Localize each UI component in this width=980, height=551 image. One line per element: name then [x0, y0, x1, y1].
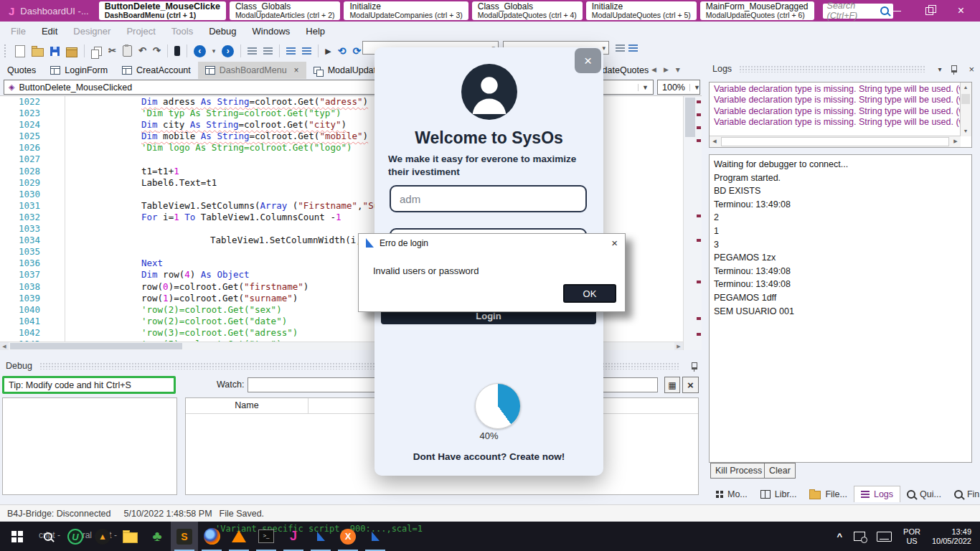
paste-icon[interactable]: [123, 45, 132, 57]
menu-item-debug[interactable]: Debug: [201, 26, 244, 37]
notification-icon[interactable]: [854, 532, 865, 541]
side-tab-file[interactable]: File...: [803, 486, 854, 502]
pin-icon[interactable]: [951, 65, 957, 72]
quick-tab[interactable]: InitializeModalUpdateQuotes (ctrl + 5): [586, 1, 697, 20]
vscroll-thumb[interactable]: [961, 94, 970, 104]
scroll-left-icon[interactable]: ◀: [710, 136, 720, 146]
restore-button[interactable]: [925, 7, 933, 15]
taskbar-search-icon[interactable]: [34, 522, 62, 551]
nav-back-dropdown-icon[interactable]: ▾: [212, 47, 216, 55]
pin-icon[interactable]: [692, 362, 697, 369]
run-icon[interactable]: ▶: [325, 47, 331, 56]
chevron-down-icon[interactable]: ▾: [938, 65, 941, 73]
side-tab-fin[interactable]: Fin...: [948, 486, 980, 502]
close-button[interactable]: ×: [958, 5, 964, 17]
username-input[interactable]: adm: [390, 185, 587, 212]
clover-icon[interactable]: ♣: [143, 522, 171, 551]
rapid-debug-icon[interactable]: ⟳: [352, 45, 361, 57]
cut-icon[interactable]: ✂: [108, 44, 116, 57]
outdent-icon[interactable]: [263, 47, 273, 49]
quick-tab[interactable]: MainForm_MouseDraggedModalUpdateQuotes (…: [700, 1, 814, 20]
menu-item-help[interactable]: Help: [298, 26, 333, 37]
scroll-down-icon[interactable]: ▼: [961, 126, 971, 136]
ultraviewer-icon[interactable]: U: [62, 522, 89, 551]
menu-item-designer[interactable]: Designer: [65, 26, 118, 37]
clear-logs-button[interactable]: Clear: [764, 463, 796, 479]
create-account-link[interactable]: Dont Have account? Create now!: [374, 451, 603, 462]
toolbar-extra-icon[interactable]: [616, 44, 625, 46]
toolbar-extra2-icon[interactable]: [628, 44, 638, 46]
nav-back-icon[interactable]: ‹: [194, 45, 206, 57]
column-header-name[interactable]: Name: [186, 398, 308, 413]
side-tab-logs[interactable]: Logs: [854, 486, 900, 502]
menu-item-tools[interactable]: Tools: [164, 26, 201, 37]
terminal-icon[interactable]: >_: [253, 522, 280, 551]
zoom-combobox[interactable]: 100% ▼: [657, 80, 700, 95]
menu-item-file[interactable]: File: [3, 26, 34, 37]
tab-quotes[interactable]: Quotes: [0, 62, 43, 79]
start-button[interactable]: [0, 522, 34, 551]
kill-process-button[interactable]: Kill Process: [710, 463, 767, 479]
scroll-right-icon[interactable]: ▶: [674, 342, 683, 350]
warnings-hscrollbar[interactable]: ◀ ▶: [710, 136, 961, 147]
scroll-right-icon[interactable]: ▶: [951, 136, 961, 146]
quick-tab[interactable]: InitializeModalUpdateCompanies (ctrl + 3…: [344, 1, 468, 20]
b4j-app-icon[interactable]: [307, 522, 334, 551]
minimize-button[interactable]: [893, 11, 901, 11]
firefox-icon[interactable]: [198, 522, 225, 551]
keyboard-icon[interactable]: [877, 532, 892, 542]
indent-icon[interactable]: [248, 47, 257, 49]
menu-item-project[interactable]: Project: [118, 26, 163, 37]
menu-item-edit[interactable]: Edit: [34, 26, 65, 37]
scroll-up-icon[interactable]: ▲: [961, 83, 971, 93]
redo-icon[interactable]: ↷: [153, 44, 161, 57]
dialog-close-button[interactable]: ×: [575, 48, 601, 73]
warning-item[interactable]: Variable declaration type is missing. St…: [710, 116, 971, 128]
copy-icon[interactable]: [94, 47, 102, 56]
bookmark-icon[interactable]: [174, 46, 180, 56]
hscroll-thumb[interactable]: [10, 343, 182, 349]
search-input[interactable]: Search (Ctrl+F): [823, 4, 893, 19]
quick-tab[interactable]: Class_GlobalsModalUpdateQuotes (ctrl + 4…: [472, 1, 583, 20]
nav-forward-icon[interactable]: ›: [222, 45, 234, 57]
ok-button[interactable]: OK: [563, 284, 616, 303]
tab-close-icon[interactable]: ×: [294, 65, 299, 75]
evaluate-button[interactable]: ▦: [664, 377, 680, 393]
quick-tab[interactable]: Class_GlobalsModalUpdateArticles (ctrl +…: [230, 1, 341, 20]
new-file-icon[interactable]: [15, 45, 25, 57]
undo-icon[interactable]: ↶: [138, 44, 146, 57]
clear-watch-button[interactable]: ×: [682, 377, 699, 393]
tab-menu-icon[interactable]: ▾: [676, 65, 679, 75]
tab-scroll-right-icon[interactable]: ▶: [664, 66, 669, 73]
tab-creataccount[interactable]: CreatAccount: [115, 62, 198, 79]
debug-restart-icon[interactable]: ⟲: [338, 45, 347, 57]
aimp-icon[interactable]: ▲: [89, 522, 116, 551]
menu-item-windows[interactable]: Windows: [245, 26, 298, 37]
vlc-icon[interactable]: [225, 522, 253, 551]
log-output[interactable]: Waiting for debugger to connect...Progra…: [709, 154, 972, 463]
editor-vscrollbar[interactable]: [683, 96, 702, 350]
tab-dashboardmenu[interactable]: DashBoardMenu×: [198, 62, 306, 79]
warnings-list[interactable]: Variable declaration type is missing. St…: [709, 82, 972, 148]
warning-item[interactable]: Variable declaration type is missing. St…: [710, 83, 971, 94]
open-icon[interactable]: [32, 48, 44, 57]
quick-tab[interactable]: ButtonDelete_MouseClickeDashBoardMenu (c…: [99, 1, 226, 20]
sublime-icon[interactable]: S: [171, 522, 198, 551]
side-tab-qui[interactable]: Qui...: [900, 486, 948, 502]
warnings-vscrollbar[interactable]: ▲ ▼: [960, 83, 971, 136]
side-tab-libr[interactable]: Libr...: [754, 486, 804, 502]
b4j-app2-icon[interactable]: [362, 522, 389, 551]
warning-item[interactable]: Variable declaration type is missing. St…: [710, 105, 971, 116]
side-tab-mo[interactable]: Mo...: [710, 486, 754, 502]
vscroll-thumb[interactable]: [685, 98, 695, 137]
debug-list[interactable]: [2, 397, 177, 495]
error-close-icon[interactable]: ×: [611, 237, 618, 249]
save-icon[interactable]: [50, 47, 60, 56]
search-icon[interactable]: [880, 6, 889, 15]
uncomment-icon[interactable]: [302, 47, 311, 49]
tab-scroll-left-icon[interactable]: ◀: [651, 66, 656, 73]
close-panel-icon[interactable]: ×: [969, 64, 974, 75]
warning-item[interactable]: Variable declaration type is missing. St…: [710, 94, 971, 105]
b4j-ide-icon[interactable]: J: [280, 522, 307, 551]
comment-icon[interactable]: [286, 47, 296, 49]
